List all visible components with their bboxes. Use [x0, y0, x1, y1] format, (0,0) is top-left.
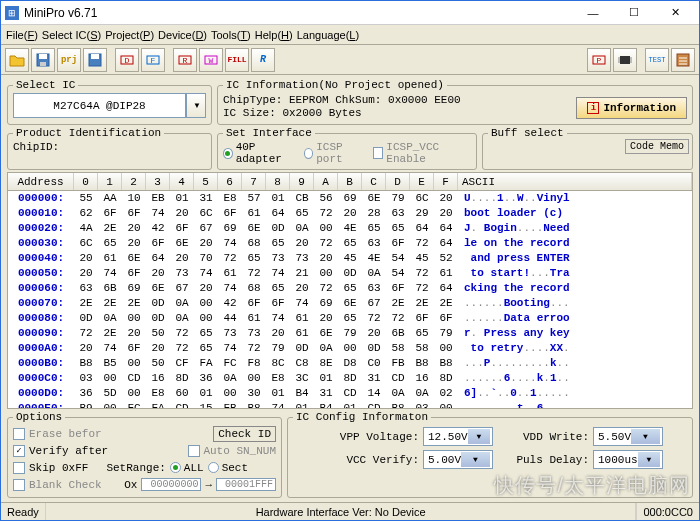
chevron-down-icon: ▼ — [638, 452, 660, 467]
svg-rect-1 — [39, 54, 47, 59]
radio-all[interactable]: ALL — [170, 462, 204, 474]
vcc-combo[interactable]: 5.00V▼ — [423, 450, 493, 469]
tool-projsave[interactable] — [83, 48, 107, 72]
information-button[interactable]: iInformation — [576, 97, 687, 119]
ic-dropdown-button[interactable]: ▼ — [186, 93, 206, 118]
puls-combo[interactable]: 1000us▼ — [593, 450, 663, 469]
svg-rect-4 — [91, 54, 99, 59]
status-addr: 000:0CC0 — [636, 503, 699, 520]
svg-text:W: W — [209, 56, 214, 65]
tool-fill[interactable]: FILL — [225, 48, 249, 72]
svg-text:F: F — [151, 56, 156, 65]
tool-chip-f[interactable]: F — [141, 48, 165, 72]
menubar: File(F) Select IC(S) Project(P) Device(D… — [1, 25, 699, 45]
menu-file[interactable]: File(F) — [4, 27, 40, 43]
chevron-down-icon: ▼ — [461, 452, 490, 467]
menu-select-ic[interactable]: Select IC(S) — [40, 27, 103, 43]
code-memo-tab[interactable]: Code Memo — [625, 139, 689, 154]
ic-info-group: IC Information(No Project opened) ChipTy… — [217, 79, 693, 125]
vdd-combo[interactable]: 5.50V▼ — [593, 427, 663, 446]
menu-device[interactable]: Device(D) — [156, 27, 209, 43]
check-erase — [13, 428, 25, 440]
product-id-group: Product Identification ChipID: — [7, 127, 212, 170]
titlebar: ⊞ MiniPro v6.71 — ☐ ✕ — [1, 1, 699, 25]
menu-help[interactable]: Help(H) — [253, 27, 295, 43]
tool-read[interactable]: R — [173, 48, 197, 72]
menu-language[interactable]: Language(L) — [295, 27, 361, 43]
svg-text:R: R — [183, 56, 188, 65]
check-blank — [13, 479, 25, 491]
tool-test[interactable]: TEST — [645, 48, 669, 72]
buff-select-group: Buff select Code Memo — [482, 127, 693, 170]
check-icsp-vcc: ICSP_VCC Enable — [373, 141, 471, 165]
range-to[interactable]: 00001FFF — [216, 478, 276, 491]
statusbar: Ready Hardware Interface Ver: No Device … — [1, 502, 699, 520]
svg-text:P: P — [597, 56, 602, 65]
tool-calc[interactable] — [671, 48, 695, 72]
tool-chip[interactable] — [613, 48, 637, 72]
select-ic-group: Select IC ▼ — [7, 79, 212, 125]
tool-run[interactable]: R — [251, 48, 275, 72]
status-hw: Hardware Interface Ver: No Device — [46, 503, 637, 520]
tool-write[interactable]: W — [199, 48, 223, 72]
check-verify[interactable]: ✓ — [13, 445, 25, 457]
radio-sect[interactable]: Sect — [208, 462, 248, 474]
status-ready: Ready — [1, 503, 46, 520]
range-from[interactable]: 00000000 — [141, 478, 201, 491]
svg-rect-15 — [620, 56, 630, 64]
hex-viewer: Address0123456789ABCDEFASCII 000000:55AA… — [7, 172, 693, 409]
chipid-label: ChipID: — [13, 141, 59, 153]
info-icon: i — [587, 102, 599, 114]
menu-project[interactable]: Project(P) — [103, 27, 156, 43]
radio-icsp: ICSP port — [304, 141, 367, 165]
svg-rect-2 — [40, 62, 46, 66]
tool-open[interactable] — [5, 48, 29, 72]
ic-config-group: IC Config Informaton VPP Voltage:12.50V▼… — [287, 411, 693, 498]
tool-chip-d[interactable]: D — [115, 48, 139, 72]
options-group: Options Erase beforCheck ID ✓Verify afte… — [7, 411, 282, 498]
chevron-down-icon: ▼ — [468, 429, 490, 444]
hex-body[interactable]: 000000:55AA10EB0131E85701CB56696E796C20U… — [8, 191, 692, 408]
toolbar: prj D F R W FILL R P TEST — [1, 45, 699, 75]
close-button[interactable]: ✕ — [655, 3, 695, 23]
check-autosn: Auto SN_NUM — [188, 445, 276, 457]
vpp-combo[interactable]: 12.50V▼ — [423, 427, 493, 446]
radio-40p[interactable]: 40P adapter — [223, 141, 298, 165]
set-interface-group: Set Interface 40P adapter ICSP port ICSP… — [217, 127, 477, 170]
maximize-button[interactable]: ☐ — [614, 3, 654, 23]
check-skip[interactable] — [13, 462, 25, 474]
tool-project[interactable]: prj — [57, 48, 81, 72]
app-icon: ⊞ — [5, 6, 19, 20]
ic-name-field[interactable] — [13, 93, 186, 118]
window-title: MiniPro v6.71 — [24, 6, 573, 20]
check-id-button[interactable]: Check ID — [213, 426, 276, 442]
minimize-button[interactable]: — — [573, 3, 613, 23]
chevron-down-icon: ▼ — [631, 429, 660, 444]
tool-prog[interactable]: P — [587, 48, 611, 72]
svg-text:D: D — [125, 56, 130, 65]
menu-tools[interactable]: Tools(T) — [209, 27, 253, 43]
tool-save[interactable] — [31, 48, 55, 72]
